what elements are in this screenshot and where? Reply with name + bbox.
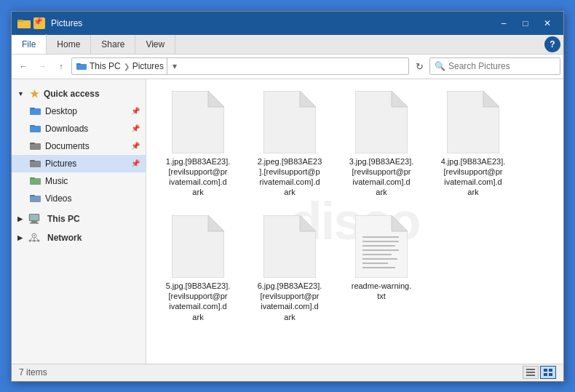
downloads-folder-icon — [29, 123, 41, 135]
svg-point-27 — [33, 239, 36, 241]
list-item[interactable]: 5.jpg.[9B83AE23].[revilsupport@privatema… — [158, 212, 238, 325]
sidebar-item-label-documents: Documents — [45, 141, 90, 151]
file-icon-4 — [447, 91, 499, 153]
svg-marker-36 — [483, 91, 499, 107]
generic-file-svg — [263, 91, 316, 153]
svg-rect-18 — [31, 221, 37, 223]
svg-marker-42 — [392, 215, 408, 231]
svg-rect-11 — [30, 160, 35, 161]
svg-rect-5 — [30, 108, 35, 109]
computer-icon — [28, 214, 40, 224]
svg-rect-1 — [17, 20, 23, 22]
generic-file-svg — [447, 91, 499, 153]
file-icon-5 — [172, 215, 224, 278]
search-box[interactable]: 🔍 — [429, 57, 560, 75]
tab-home[interactable]: Home — [47, 35, 91, 54]
large-icons-view-icon — [544, 369, 552, 376]
file-icon-2 — [263, 91, 316, 153]
tab-file[interactable]: File — [12, 33, 47, 54]
sidebar-item-music[interactable]: Music — [12, 172, 146, 190]
svg-rect-51 — [526, 369, 535, 370]
svg-marker-30 — [208, 91, 224, 107]
title-text: Pictures — [51, 18, 493, 28]
files-grid: 1.jpg.[9B83AE23].[revilsupport@privatema… — [158, 88, 552, 325]
videos-folder-icon — [29, 193, 41, 204]
svg-marker-40 — [300, 215, 316, 231]
generic-file-svg — [263, 215, 316, 278]
file-name-5: 5.jpg.[9B83AE23].[revilsupport@privatema… — [166, 281, 231, 322]
svg-marker-32 — [300, 91, 316, 107]
breadcrumb-folder-icon — [76, 62, 87, 71]
breadcrumb-this-pc[interactable]: This PC — [90, 61, 121, 71]
list-item[interactable]: 6.jpg.[9B83AE23].[revilsupport@privatema… — [250, 212, 330, 325]
sidebar-quick-access: ▼ ★ Quick access — [12, 85, 146, 103]
pin-icon: 📌 — [33, 17, 45, 29]
list-view-button[interactable] — [523, 366, 539, 379]
folder-icon — [17, 17, 31, 29]
generic-file-svg — [172, 215, 224, 278]
sidebar-item-label-downloads: Downloads — [45, 124, 88, 134]
svg-marker-38 — [208, 215, 224, 231]
file-name-6: 6.jpg.[9B83AE23].[revilsupport@privatema… — [258, 281, 322, 322]
address-bar: ← → ↑ This PC ❯ Pictures ▾ ↻ 🔍 — [12, 55, 563, 79]
breadcrumb-pictures[interactable]: Pictures — [132, 61, 164, 71]
refresh-button[interactable]: ↻ — [411, 57, 428, 75]
list-item[interactable]: 4.jpg.[9B83AE23].[revilsupport@privatema… — [433, 88, 513, 201]
tab-share[interactable]: Share — [91, 35, 135, 54]
sidebar-item-documents[interactable]: Documents 📌 — [12, 137, 146, 155]
network-label: Network — [47, 233, 82, 243]
content-area: disco 1.jpg.[9B83AE23].[revilsupport@pri… — [146, 79, 563, 364]
this-pc-label: This PC — [47, 214, 80, 224]
generic-file-svg — [172, 91, 224, 153]
list-item[interactable]: 3.jpg.[9B83AE23].[revilsupport@privatema… — [341, 88, 421, 201]
quick-access-toolbar: 📌 — [17, 17, 45, 29]
network-expand-icon: ▶ — [17, 234, 23, 241]
svg-rect-6 — [30, 126, 41, 132]
pin-downloads-icon: 📌 — [131, 124, 140, 132]
tab-view[interactable]: View — [135, 35, 175, 54]
sidebar-item-downloads[interactable]: Downloads 📌 — [12, 120, 146, 137]
forward-button[interactable]: → — [33, 57, 51, 75]
text-file-svg — [355, 215, 408, 278]
search-input[interactable] — [448, 61, 555, 71]
svg-point-26 — [29, 239, 31, 241]
list-view-icon — [526, 369, 535, 376]
file-name-1: 1.jpg.[9B83AE23].[revilsupport@privatema… — [166, 156, 231, 198]
up-button[interactable]: ↑ — [52, 57, 70, 75]
svg-rect-8 — [30, 143, 41, 150]
svg-rect-14 — [30, 196, 41, 202]
quick-access-expand-icon: ▼ — [17, 90, 24, 97]
sidebar-item-label-desktop: Desktop — [45, 106, 77, 116]
file-name-2: 2.jpeg.[9B83AE23].[revilsupport@privatem… — [258, 156, 322, 198]
sidebar-item-videos[interactable]: Videos — [12, 190, 146, 207]
close-button[interactable]: ✕ — [537, 16, 558, 31]
sidebar-item-desktop[interactable]: Desktop 📌 — [12, 103, 146, 120]
ribbon: File Home Share View ? — [12, 35, 563, 55]
svg-rect-56 — [544, 373, 547, 376]
sidebar-item-pictures[interactable]: Pictures 📌 — [12, 155, 146, 172]
quick-access-label: Quick access — [44, 89, 100, 99]
svg-rect-7 — [30, 125, 35, 127]
file-icon-6 — [263, 215, 316, 278]
svg-point-28 — [38, 239, 40, 241]
search-icon: 🔍 — [435, 61, 445, 71]
list-item[interactable]: readme-warning.txt — [341, 212, 421, 325]
view-buttons — [523, 366, 556, 379]
address-path[interactable]: This PC ❯ Pictures ▾ — [71, 57, 409, 75]
svg-marker-34 — [392, 91, 408, 107]
minimize-button[interactable]: – — [493, 16, 514, 31]
file-icon-3 — [355, 91, 408, 153]
help-button[interactable]: ? — [544, 36, 560, 52]
file-name-3: 3.jpg.[9B83AE23].[revilsupport@privatema… — [349, 156, 414, 198]
title-bar: 📌 Pictures – □ ✕ — [12, 12, 563, 35]
list-item[interactable]: 2.jpeg.[9B83AE23].[revilsupport@privatem… — [250, 88, 330, 201]
svg-rect-9 — [30, 143, 35, 144]
list-item[interactable]: 1.jpg.[9B83AE23].[revilsupport@privatema… — [158, 88, 238, 201]
sidebar: ▼ ★ Quick access Desktop 📌 Downloads 📌 — [12, 79, 146, 364]
main-area: ▼ ★ Quick access Desktop 📌 Downloads 📌 — [12, 79, 563, 364]
maximize-button[interactable]: □ — [515, 16, 536, 31]
back-button[interactable]: ← — [15, 57, 32, 75]
address-dropdown-button[interactable]: ▾ — [167, 57, 181, 75]
large-icons-view-button[interactable] — [540, 366, 556, 379]
svg-rect-2 — [76, 64, 87, 70]
